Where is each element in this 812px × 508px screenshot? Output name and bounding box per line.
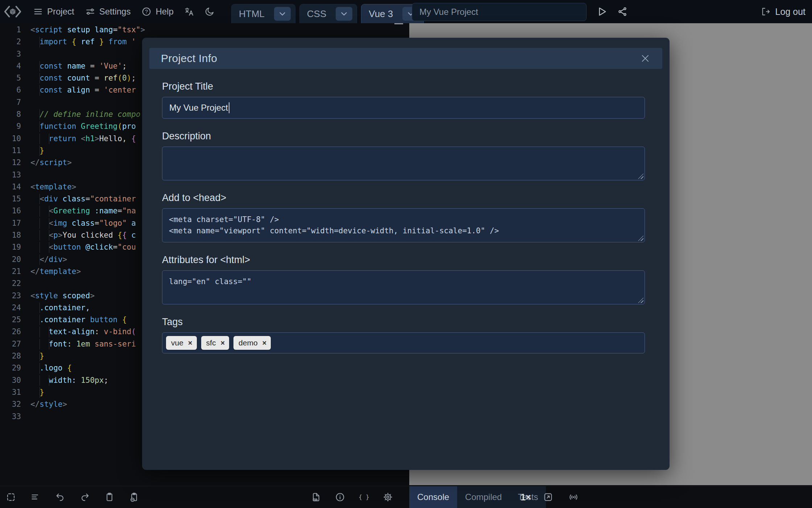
indent-guide bbox=[40, 194, 40, 204]
line-number: 21 bbox=[0, 266, 21, 278]
line-number: 10 bbox=[0, 133, 21, 145]
editor-tabs: HTML CSS Vue 3 bbox=[231, 3, 424, 23]
dark-mode-button[interactable] bbox=[199, 0, 220, 23]
logout-label: Log out bbox=[775, 7, 805, 17]
menu-item-project[interactable]: Project bbox=[28, 0, 80, 23]
indent-guide bbox=[49, 206, 49, 216]
logout-icon bbox=[761, 7, 771, 17]
translate-icon bbox=[184, 7, 194, 17]
tag-remove-icon[interactable]: × bbox=[188, 339, 192, 347]
indent-guide bbox=[49, 339, 49, 349]
select-all-button[interactable] bbox=[6, 492, 16, 502]
indent-guide bbox=[40, 85, 40, 95]
menu-item-label: Project bbox=[47, 7, 74, 17]
logout-button[interactable]: Log out bbox=[761, 0, 805, 23]
chevron-down-icon[interactable] bbox=[336, 7, 352, 21]
line-number: 33 bbox=[0, 411, 21, 423]
line-number: 8 bbox=[0, 108, 21, 120]
line-number: 11 bbox=[0, 145, 21, 157]
share-button[interactable] bbox=[617, 6, 628, 17]
indent-guide bbox=[40, 327, 40, 337]
result-tab-compiled[interactable]: Compiled bbox=[457, 486, 510, 508]
menu-icon bbox=[33, 7, 43, 17]
project-title-input[interactable]: My Vue Project bbox=[162, 97, 645, 119]
indent-guide bbox=[40, 375, 40, 386]
menu-item-settings[interactable]: Settings bbox=[80, 0, 136, 23]
help-circle-icon: ? bbox=[141, 7, 152, 17]
line-number: 5 bbox=[0, 72, 21, 84]
editor-tab-css[interactable]: CSS bbox=[299, 4, 357, 23]
line-number: 30 bbox=[0, 374, 21, 386]
tag-remove-icon[interactable]: × bbox=[220, 339, 225, 347]
translate-button[interactable] bbox=[179, 0, 199, 23]
line-number: 16 bbox=[0, 205, 21, 217]
line-number: 28 bbox=[0, 350, 21, 362]
indent-guide bbox=[40, 230, 40, 241]
redo-button[interactable] bbox=[80, 492, 90, 502]
indent-guide bbox=[49, 375, 49, 386]
editor-tab-html[interactable]: HTML bbox=[231, 4, 295, 23]
external-resources-button[interactable] bbox=[311, 492, 321, 502]
line-number: 7 bbox=[0, 97, 21, 108]
line-number: 13 bbox=[0, 169, 21, 181]
text-caret bbox=[229, 102, 229, 113]
zoom-level[interactable]: 1× bbox=[521, 486, 531, 508]
bottom-toolbar: { } ConsoleCompiledTests 1× bbox=[0, 486, 812, 508]
project-title-value: My Vue Project bbox=[169, 103, 228, 113]
tags-input[interactable]: vue × sfc × demo × bbox=[162, 332, 645, 353]
indent-guide bbox=[40, 121, 40, 132]
line-number: 3 bbox=[0, 48, 21, 60]
moon-icon bbox=[204, 7, 215, 17]
html-attrs-label: Attributes for <html> bbox=[162, 254, 645, 266]
format-button[interactable] bbox=[30, 492, 41, 502]
broadcast-button[interactable] bbox=[568, 492, 579, 502]
head-label: Add to <head> bbox=[162, 192, 645, 204]
editor-info-button[interactable] bbox=[335, 492, 345, 502]
menu-item-help[interactable]: ? Help bbox=[136, 0, 179, 23]
description-label: Description bbox=[162, 131, 645, 142]
line-number: 14 bbox=[0, 181, 21, 193]
run-button[interactable] bbox=[595, 5, 608, 18]
line-number: 26 bbox=[0, 326, 21, 338]
line-number: 17 bbox=[0, 217, 21, 229]
tag-chip: vue × bbox=[166, 336, 197, 350]
sliders-icon bbox=[85, 7, 95, 17]
copy-snippet-button[interactable] bbox=[129, 492, 139, 502]
indent-guide bbox=[40, 351, 40, 361]
html-attrs-textarea[interactable]: lang="en" class="" bbox=[162, 270, 645, 304]
description-textarea[interactable] bbox=[162, 147, 645, 180]
indent-guide bbox=[40, 146, 40, 156]
tag-chip: sfc × bbox=[201, 336, 229, 350]
menu-item-label: Help bbox=[156, 7, 173, 17]
undo-button[interactable] bbox=[55, 492, 65, 502]
tag-remove-icon[interactable]: × bbox=[262, 339, 267, 347]
line-number: 19 bbox=[0, 241, 21, 253]
indent-guide bbox=[40, 254, 40, 265]
livecodes-logo-icon[interactable] bbox=[4, 5, 22, 18]
line-number: 15 bbox=[0, 193, 21, 205]
line-number: 29 bbox=[0, 362, 21, 374]
line-number: 25 bbox=[0, 314, 21, 326]
custom-settings-button[interactable]: { } bbox=[359, 492, 369, 502]
svg-text:?: ? bbox=[145, 8, 148, 15]
tag-label: vue bbox=[171, 339, 183, 347]
line-number: 23 bbox=[0, 290, 21, 302]
project-title-topbar-input[interactable] bbox=[412, 3, 587, 21]
indent-guide bbox=[40, 206, 40, 216]
line-number: 1 bbox=[0, 24, 21, 36]
result-tab-console[interactable]: Console bbox=[409, 486, 457, 508]
line-number: 24 bbox=[0, 302, 21, 314]
chevron-down-icon[interactable] bbox=[274, 7, 291, 21]
indent-guide bbox=[40, 134, 40, 144]
editor-settings-button[interactable] bbox=[383, 492, 393, 502]
line-number: 6 bbox=[0, 84, 21, 96]
line-number: 9 bbox=[0, 120, 21, 132]
head-textarea[interactable]: <meta charset="UTF-8" /> <meta name="vie… bbox=[162, 208, 645, 242]
copy-button[interactable] bbox=[104, 492, 115, 502]
close-icon[interactable] bbox=[640, 53, 651, 64]
indent-guide bbox=[40, 339, 40, 349]
tab-label: HTML bbox=[239, 8, 265, 20]
open-result-window-button[interactable] bbox=[543, 492, 553, 502]
indent-guide bbox=[49, 218, 49, 229]
line-number: 20 bbox=[0, 254, 21, 266]
